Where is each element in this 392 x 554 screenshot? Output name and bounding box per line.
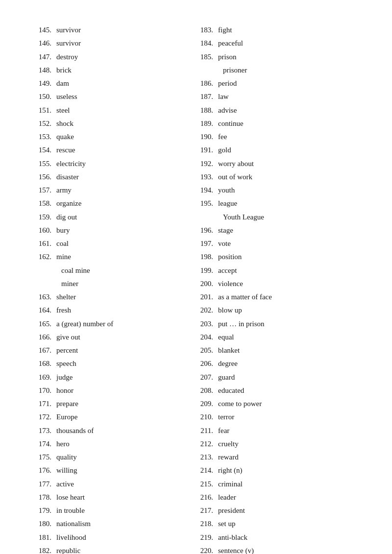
list-item: 160.bury	[34, 225, 196, 236]
item-word: president	[218, 505, 358, 516]
item-number: 154.	[34, 145, 56, 156]
item-number: 203.	[196, 318, 218, 330]
list-item: 177.active	[34, 479, 196, 490]
item-number: 182.	[34, 545, 56, 554]
item-number: 178.	[34, 492, 56, 503]
list-item: 175.quality	[34, 452, 196, 463]
list-item: 186.period	[196, 78, 358, 89]
list-item: 165.a (great) number of	[34, 318, 196, 330]
item-number: 146.	[34, 38, 56, 49]
item-word: nationalism	[56, 518, 196, 530]
list-item: 206.degree	[196, 358, 358, 369]
item-number: 172.	[34, 411, 56, 423]
item-number: 216.	[196, 492, 218, 503]
list-item: 193.out of work	[196, 171, 358, 183]
list-item: 218.set up	[196, 518, 358, 530]
item-number: 181.	[34, 532, 56, 543]
list-item: 210.terror	[196, 411, 358, 423]
item-number: 195.	[196, 198, 218, 209]
item-word: honor	[56, 385, 196, 396]
item-number: 204.	[196, 332, 218, 343]
item-number: 156.	[34, 171, 56, 183]
item-number: 206.	[196, 358, 218, 369]
list-item: 179.in trouble	[34, 505, 196, 516]
list-item: 146.survivor	[34, 38, 196, 49]
item-word: speech	[56, 358, 196, 369]
sub-word: prisoner	[223, 65, 358, 76]
sub-word: miner	[61, 278, 196, 289]
list-item: 201.as a matter of face	[196, 291, 358, 303]
item-number: 187.	[196, 91, 218, 102]
list-item: 172.Europe	[34, 411, 196, 423]
item-number: 167.	[34, 345, 56, 356]
list-item: 154.rescue	[34, 145, 196, 156]
item-word: come to power	[218, 398, 358, 409]
sub-item: prisoner	[196, 65, 358, 76]
item-number: 189.	[196, 118, 218, 129]
item-word: as a matter of face	[218, 291, 358, 303]
list-item: 196.stage	[196, 225, 358, 236]
list-item: 180.nationalism	[34, 518, 196, 530]
list-item: 163.shelter	[34, 291, 196, 303]
item-word: rescue	[56, 145, 196, 156]
item-word: fresh	[56, 305, 196, 316]
item-word: coal	[56, 238, 196, 249]
item-number: 205.	[196, 345, 218, 356]
item-number: 200.	[196, 278, 218, 289]
item-number: 148.	[34, 65, 56, 76]
item-number: 174.	[34, 438, 56, 450]
item-word: destroy	[56, 51, 196, 63]
list-item: 170.honor	[34, 385, 196, 396]
list-item: 208.educated	[196, 385, 358, 396]
item-number: 165.	[34, 318, 56, 330]
item-number: 155.	[34, 158, 56, 169]
item-number: 188.	[196, 105, 218, 116]
list-item: 152.shock	[34, 118, 196, 129]
list-item: 183.fight	[196, 24, 358, 36]
item-word: lose heart	[56, 492, 196, 503]
item-word: willing	[56, 465, 196, 476]
list-item: 190.fee	[196, 131, 358, 143]
list-item: 187.law	[196, 91, 358, 102]
page: 145.survivor146.survivor147.destroy148.b…	[0, 0, 392, 554]
list-item: 153.quake	[34, 131, 196, 143]
item-word: in trouble	[56, 505, 196, 516]
item-word: league	[218, 198, 358, 209]
item-number: 184.	[196, 38, 218, 49]
list-item: 219.anti-black	[196, 532, 358, 543]
sub-word: Youth League	[223, 212, 358, 223]
item-word: equal	[218, 332, 358, 343]
item-word: steel	[56, 105, 196, 116]
item-word: give out	[56, 332, 196, 343]
item-number: 169.	[34, 372, 56, 383]
item-word: a (great) number of	[56, 318, 196, 330]
item-number: 197.	[196, 238, 218, 249]
item-word: guard	[218, 372, 358, 383]
list-item: 167.percent	[34, 345, 196, 356]
item-number: 163.	[34, 291, 56, 303]
list-item: 202.blow up	[196, 305, 358, 316]
list-item: 145.survivor	[34, 24, 196, 36]
item-word: advise	[218, 105, 358, 116]
item-word: brick	[56, 65, 196, 76]
item-word: Europe	[56, 411, 196, 423]
item-word: anti-black	[218, 532, 358, 543]
item-word: dam	[56, 78, 196, 89]
item-word: prepare	[56, 398, 196, 409]
item-word: reward	[218, 452, 358, 463]
item-word: fee	[218, 131, 358, 143]
list-item: 188.advise	[196, 105, 358, 116]
item-number: 217.	[196, 505, 218, 516]
item-number: 158.	[34, 198, 56, 209]
item-word: criminal	[218, 479, 358, 490]
list-item: 149.dam	[34, 78, 196, 89]
list-item: 157.army	[34, 185, 196, 196]
item-word: army	[56, 185, 196, 196]
item-word: law	[218, 91, 358, 102]
item-word: organize	[56, 198, 196, 209]
item-number: 220.	[196, 545, 218, 554]
item-number: 161.	[34, 238, 56, 249]
item-word: terror	[218, 411, 358, 423]
item-number: 193.	[196, 171, 218, 183]
item-number: 173.	[34, 425, 56, 436]
